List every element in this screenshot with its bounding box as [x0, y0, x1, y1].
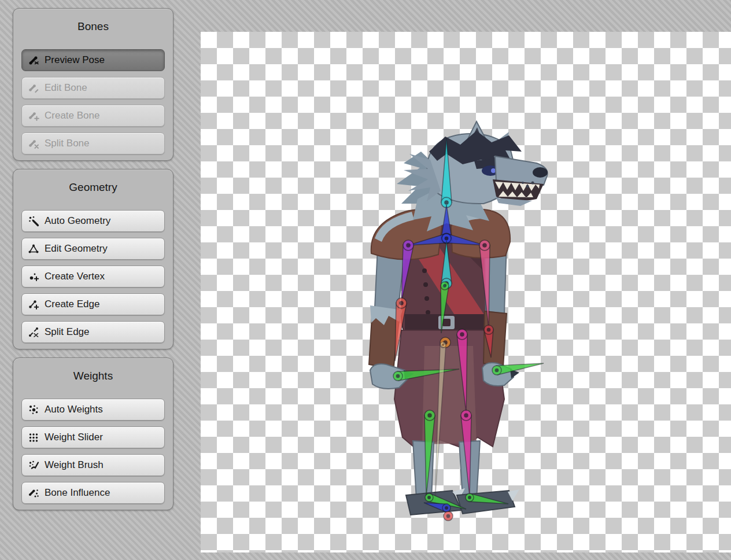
button-label: Preview Pose: [45, 54, 105, 66]
button-create-edge[interactable]: Create Edge: [21, 293, 165, 315]
preview-pose-icon: [28, 54, 39, 66]
edit-bone-icon: [28, 82, 39, 94]
button-label: Split Edge: [45, 326, 90, 338]
panel-title: Weights: [13, 367, 173, 385]
button-edit-geometry[interactable]: Edit Geometry: [21, 238, 165, 260]
button-label: Bone Influence: [45, 487, 110, 499]
button-weight-brush[interactable]: Weight Brush: [21, 454, 165, 476]
auto-geometry-icon: [28, 215, 39, 227]
panel-weights: WeightsAuto WeightsWeight SliderWeight B…: [13, 358, 173, 510]
button-label: Split Bone: [45, 138, 90, 149]
panel-title: Geometry: [13, 179, 173, 196]
split-edge-icon: [28, 326, 39, 338]
button-label: Create Vertex: [45, 271, 105, 282]
edit-geometry-icon: [28, 243, 39, 255]
button-auto-geometry[interactable]: Auto Geometry: [21, 210, 165, 232]
button-label: Weight Slider: [45, 432, 103, 443]
button-bone-influence[interactable]: Bone Influence: [21, 482, 165, 504]
sprite-canvas[interactable]: [201, 32, 731, 552]
create-vertex-icon: [28, 271, 39, 282]
button-label: Edit Bone: [45, 82, 87, 94]
scene-svg: [201, 32, 731, 552]
button-label: Auto Geometry: [45, 215, 110, 227]
panel-bones: BonesPreview PoseEdit BoneCreate BoneSpl…: [13, 8, 173, 161]
button-label: Create Bone: [45, 110, 99, 121]
button-weight-slider[interactable]: Weight Slider: [21, 426, 165, 448]
button-auto-weights[interactable]: Auto Weights: [21, 399, 165, 421]
panel-geometry: GeometryAuto GeometryEdit GeometryCreate…: [13, 169, 173, 349]
button-label: Auto Weights: [45, 404, 103, 415]
button-split-bone[interactable]: Split Bone: [21, 132, 165, 154]
create-bone-icon: [28, 110, 39, 121]
button-label: Weight Brush: [45, 459, 104, 471]
weight-brush-icon: [28, 459, 39, 471]
button-split-edge[interactable]: Split Edge: [21, 321, 165, 343]
create-edge-icon: [28, 299, 39, 310]
button-label: Create Edge: [45, 299, 99, 310]
auto-weights-icon: [28, 404, 39, 415]
button-edit-bone[interactable]: Edit Bone: [21, 77, 165, 99]
panel-title: Bones: [13, 18, 173, 35]
button-create-vertex[interactable]: Create Vertex: [21, 266, 165, 288]
bone-influence-icon: [28, 487, 39, 499]
button-preview-pose[interactable]: Preview Pose: [21, 49, 165, 71]
button-label: Edit Geometry: [45, 243, 108, 255]
weight-slider-icon: [28, 432, 39, 443]
bone-heel[interactable]: [444, 511, 453, 521]
split-bone-icon: [28, 138, 39, 149]
button-create-bone[interactable]: Create Bone: [21, 105, 165, 127]
